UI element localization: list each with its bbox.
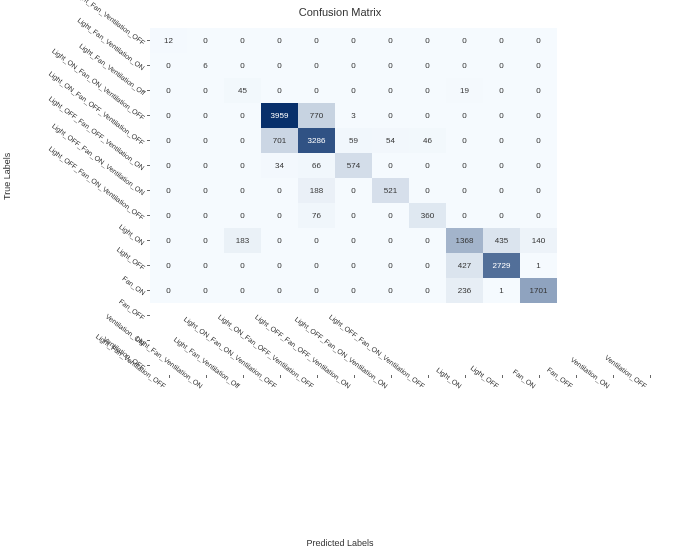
x-tick-label: Light_Fan_Ventilation_Off [236, 384, 304, 438]
heatmap-cell [631, 203, 668, 228]
x-tick-label: Ventilation_OFF [643, 384, 680, 420]
heatmap-row: 0003959770300000 [150, 103, 668, 128]
heatmap-cell: 0 [150, 128, 187, 153]
heatmap-cell: 3286 [298, 128, 335, 153]
x-axis-label: Predicted Labels [0, 538, 680, 548]
x-tick-label: Ventilation_ON [606, 384, 648, 418]
heatmap-cell: 0 [150, 228, 187, 253]
heatmap-cell: 46 [409, 128, 446, 153]
heatmap-cell: 1 [483, 278, 520, 303]
heatmap-cell: 0 [298, 28, 335, 53]
heatmap-cell: 0 [409, 178, 446, 203]
heatmap-cell [594, 203, 631, 228]
heatmap-cell [631, 303, 668, 328]
heatmap-cell: 701 [261, 128, 298, 153]
heatmap-cell: 0 [335, 178, 372, 203]
heatmap-cell [150, 303, 187, 328]
heatmap-cell: 59 [335, 128, 372, 153]
heatmap-cell: 435 [483, 228, 520, 253]
heatmap-cell: 427 [446, 253, 483, 278]
heatmap-cell: 0 [150, 153, 187, 178]
heatmap-cell [409, 328, 446, 353]
heatmap-cell: 0 [446, 203, 483, 228]
heatmap-cell: 0 [483, 153, 520, 178]
heatmap-cell: 0 [187, 178, 224, 203]
heatmap-cell: 1701 [520, 278, 557, 303]
heatmap-cell: 0 [520, 203, 557, 228]
heatmap-cell: 0 [298, 228, 335, 253]
heatmap-cell: 0 [372, 103, 409, 128]
heatmap-cell: 0 [298, 53, 335, 78]
heatmap-cell: 0 [409, 278, 446, 303]
heatmap-cell: 0 [224, 128, 261, 153]
heatmap-cell [446, 328, 483, 353]
heatmap-cell: 66 [298, 153, 335, 178]
heatmap-cell: 34 [261, 153, 298, 178]
heatmap-cell: 0 [372, 28, 409, 53]
heatmap-cell: 521 [372, 178, 409, 203]
heatmap-cell: 0 [261, 278, 298, 303]
heatmap-cell: 0 [187, 103, 224, 128]
heatmap-cell [557, 78, 594, 103]
heatmap-cell: 0 [261, 178, 298, 203]
heatmap-cell: 574 [335, 153, 372, 178]
heatmap-cell: 0 [483, 178, 520, 203]
heatmap-cell: 0 [298, 253, 335, 278]
heatmap-cell: 0 [372, 78, 409, 103]
heatmap-cell: 0 [483, 78, 520, 103]
heatmap-cell [631, 278, 668, 303]
heatmap-cell: 0 [187, 78, 224, 103]
heatmap-cell: 0 [520, 78, 557, 103]
heatmap-row: 0000000023611701 [150, 278, 668, 303]
heatmap-cell: 0 [335, 28, 372, 53]
heatmap-cell [594, 178, 631, 203]
heatmap-cell: 0 [483, 53, 520, 78]
heatmap-cell [631, 228, 668, 253]
heatmap-cell [631, 178, 668, 203]
heatmap-cell: 0 [520, 53, 557, 78]
heatmap-cell: 0 [372, 203, 409, 228]
heatmap-cell: 0 [150, 103, 187, 128]
heatmap-cell [446, 303, 483, 328]
heatmap-cell [631, 28, 668, 53]
heatmap-cell: 183 [224, 228, 261, 253]
heatmap-cell: 0 [520, 103, 557, 128]
heatmap-cell: 0 [150, 203, 187, 228]
heatmap-cell: 0 [335, 228, 372, 253]
heatmap-cell: 3 [335, 103, 372, 128]
heatmap-cell: 0 [187, 203, 224, 228]
heatmap-cell [631, 253, 668, 278]
x-tick-label: Light_ON [458, 384, 486, 407]
heatmap-cell: 0 [298, 78, 335, 103]
x-tick-label: Light_Fan_Ventilation_ON [199, 384, 268, 439]
heatmap-cell: 0 [446, 128, 483, 153]
heatmap-cell: 1368 [446, 228, 483, 253]
heatmap-cell: 0 [224, 253, 261, 278]
heatmap-row: 06000000000 [150, 53, 668, 78]
heatmap-cell: 0 [446, 53, 483, 78]
heatmap-cell: 0 [335, 278, 372, 303]
heatmap-cell [557, 228, 594, 253]
heatmap-cell: 0 [520, 153, 557, 178]
heatmap-cell: 0 [187, 253, 224, 278]
heatmap-cell: 0 [520, 178, 557, 203]
heatmap-cell [594, 153, 631, 178]
heatmap-cell: 0 [187, 228, 224, 253]
heatmap-cell: 236 [446, 278, 483, 303]
heatmap-cell [594, 228, 631, 253]
heatmap-row: 0045000001900 [150, 78, 668, 103]
heatmap-cell: 0 [372, 53, 409, 78]
heatmap-cell: 0 [150, 278, 187, 303]
heatmap-cell: 0 [261, 28, 298, 53]
confusion-matrix-figure: Confusion Matrix True Labels Predicted L… [0, 0, 680, 552]
heatmap-cell: 0 [150, 178, 187, 203]
heatmap-cell [594, 303, 631, 328]
heatmap-cell: 0 [409, 103, 446, 128]
heatmap-cell [409, 303, 446, 328]
heatmap-cell: 0 [150, 253, 187, 278]
heatmap-cell [372, 303, 409, 328]
heatmap-cell [631, 103, 668, 128]
heatmap-cell: 0 [187, 153, 224, 178]
heatmap-cell [557, 328, 594, 353]
heatmap-cell: 0 [224, 278, 261, 303]
